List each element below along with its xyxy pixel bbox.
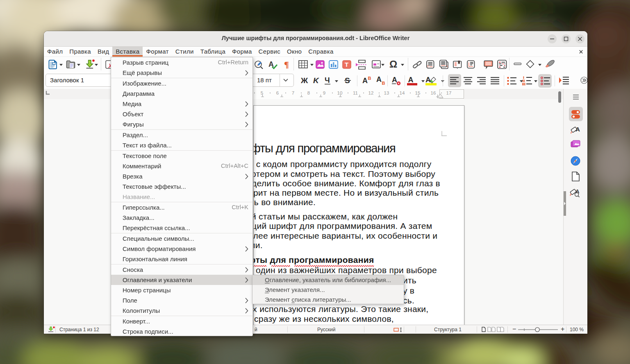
svg-text:A: A bbox=[392, 76, 397, 84]
svg-text:¶: ¶ bbox=[284, 60, 289, 69]
svg-text:A: A bbox=[425, 76, 431, 84]
svg-text:A: A bbox=[575, 126, 580, 133]
svg-text:A: A bbox=[376, 76, 382, 84]
svg-text:Ω: Ω bbox=[389, 60, 397, 69]
svg-text:A: A bbox=[575, 188, 580, 194]
svg-text:Ч: Ч bbox=[325, 76, 330, 84]
svg-text:A: A bbox=[362, 77, 368, 85]
svg-text:B: B bbox=[368, 76, 371, 81]
svg-text:Ж: Ж bbox=[301, 76, 308, 84]
svg-text:K: K bbox=[313, 76, 319, 84]
svg-text:T: T bbox=[345, 61, 348, 68]
svg-text:B: B bbox=[382, 81, 385, 86]
svg-text:A: A bbox=[408, 76, 414, 84]
